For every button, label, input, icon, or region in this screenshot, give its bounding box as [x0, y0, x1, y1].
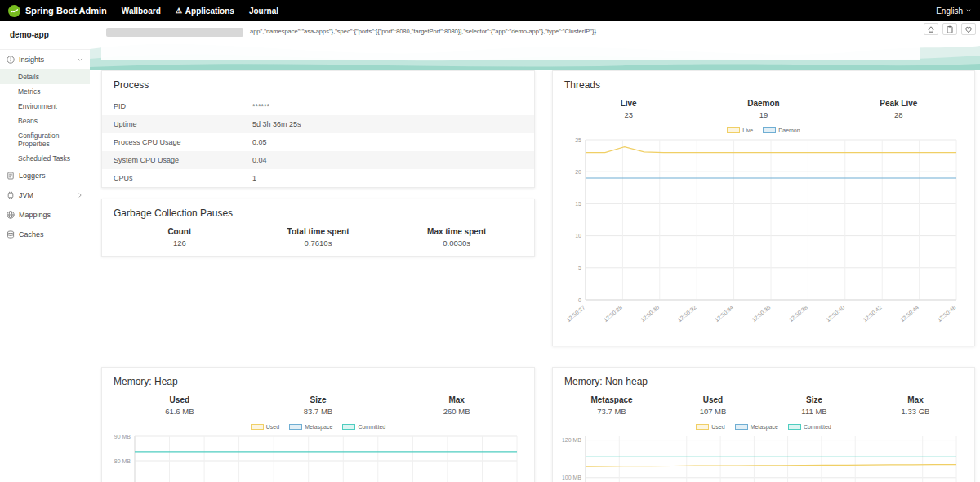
app-name: demo-app — [0, 21, 90, 50]
spring-boot-admin-logo-icon — [8, 5, 20, 17]
nav-item-wallboard[interactable]: Wallboard — [122, 7, 161, 16]
stat: Peak Live 28 — [831, 99, 966, 119]
svg-text:10: 10 — [575, 233, 581, 239]
svg-text:0: 0 — [578, 297, 581, 303]
legend-swatch — [735, 424, 748, 430]
favorite-heart-button[interactable] — [961, 23, 976, 35]
sidebar-item-details[interactable]: Details — [0, 69, 90, 84]
stat-value: 23 — [561, 110, 696, 119]
stat-label: Used — [662, 395, 764, 404]
row-value: 5d 3h 36m 25s — [252, 120, 301, 128]
header-banner: app","namespace":"asa-apps"},"spec":{"po… — [90, 21, 980, 70]
nav-item-applications[interactable]: ⚠ Applications — [176, 7, 234, 16]
stat-label: Metaspace — [561, 395, 662, 404]
stat-label: Size — [249, 395, 388, 404]
panel-title: Garbage Collection Pauses — [102, 199, 534, 225]
stat-value: 61.6 MB — [110, 407, 249, 416]
stat: Metaspace 73.7 MB — [561, 395, 662, 416]
legend-item[interactable]: Live — [727, 127, 753, 133]
table-row: Process CPU Usage 0.05 — [102, 133, 534, 151]
stat-value: 0.0030s — [387, 239, 526, 248]
sidebar-item-metrics[interactable]: Metrics — [0, 84, 90, 99]
sidebar-item-loggers[interactable]: Loggers — [0, 166, 90, 185]
stat: Max 260 MB — [387, 395, 526, 416]
brand-home-link[interactable]: Spring Boot Admin — [8, 5, 107, 17]
stat-value: 28 — [831, 110, 966, 119]
sidebar-item-environment[interactable]: Environment — [0, 99, 90, 114]
sidebar-item-beans[interactable]: Beans — [0, 114, 90, 128]
table-row: System CPU Usage 0.04 — [102, 151, 534, 169]
sidebar-item-mappings[interactable]: Mappings — [0, 205, 90, 225]
memory-heap-panel: Memory: Heap Used 61.6 MB Size 83.7 MB M… — [101, 367, 535, 482]
nav-item-journal[interactable]: Journal — [249, 7, 278, 16]
sidebar-item-jvm[interactable]: JVM — [0, 185, 90, 205]
legend-item[interactable]: Metaspace — [735, 424, 778, 430]
panel-title: Threads — [553, 71, 974, 97]
instance-metadata-card: app","namespace":"asa-apps"},"spec":{"po… — [101, 24, 920, 60]
threads-legend: LiveDaemon — [553, 127, 974, 135]
sidebar-loggers-label: Loggers — [19, 172, 83, 180]
table-row: CPUs 1 — [102, 169, 534, 187]
legend-swatch — [696, 424, 709, 430]
legend-swatch — [763, 127, 776, 133]
row-label: Process CPU Usage — [114, 138, 252, 146]
svg-text:25: 25 — [575, 137, 581, 143]
row-value: 1 — [252, 174, 256, 182]
language-selector[interactable]: English — [936, 7, 972, 16]
sidebar-item-scheduled-tasks[interactable]: Scheduled Tasks — [0, 151, 90, 166]
svg-text:12:50:28: 12:50:28 — [603, 304, 623, 323]
home-button[interactable] — [924, 23, 938, 35]
stat-value: 1.33 GB — [865, 407, 966, 416]
sidebar-caches-label: Caches — [19, 230, 83, 239]
panel-title: Process — [102, 71, 534, 97]
svg-text:12:50:40: 12:50:40 — [825, 304, 845, 323]
row-label: CPUs — [114, 174, 252, 182]
legend-swatch — [342, 424, 355, 430]
stat: Count 126 — [110, 227, 249, 248]
sidebar-insights-children: Details Metrics Environment Beans Config… — [0, 69, 90, 166]
row-value: 0.05 — [252, 138, 267, 146]
stat-label: Size — [764, 395, 865, 404]
legend-item[interactable]: Used — [251, 424, 279, 430]
svg-text:20: 20 — [575, 169, 581, 175]
nonheap-stats: Metaspace 73.7 MB Used 107 MB Size 111 M… — [553, 394, 974, 424]
sidebar-item-insights[interactable]: Insights — [0, 50, 90, 69]
stat: Max time spent 0.0030s — [387, 227, 526, 248]
stat: Size 111 MB — [764, 395, 865, 416]
memory-nonheap-panel: Memory: Non heap Metaspace 73.7 MB Used … — [552, 367, 975, 482]
threads-chart: 051015202512:50:2712:50:2812:50:3012:50:… — [553, 135, 974, 346]
legend-item[interactable]: Daemon — [763, 127, 800, 133]
clipboard-button[interactable] — [942, 23, 957, 35]
svg-text:120 MB: 120 MB — [562, 437, 581, 443]
svg-text:12:50:34: 12:50:34 — [714, 304, 734, 323]
row-label: System CPU Usage — [114, 156, 252, 164]
svg-text:12:50:44: 12:50:44 — [899, 304, 920, 323]
svg-text:12:50:27: 12:50:27 — [565, 304, 586, 323]
legend-swatch — [251, 424, 264, 430]
sidebar-jvm-label: JVM — [19, 191, 73, 199]
legend-item[interactable]: Committed — [342, 424, 385, 430]
legend-item[interactable]: Committed — [788, 424, 831, 430]
stat-label: Max — [387, 395, 526, 404]
info-icon — [7, 56, 15, 64]
chevron-right-icon — [77, 192, 83, 199]
table-row: Uptime 5d 3h 36m 25s — [102, 115, 534, 133]
legend-item[interactable]: Used — [696, 424, 724, 430]
sidebar-item-caches[interactable]: Caches — [0, 225, 90, 244]
nav-wallboard-label: Wallboard — [122, 7, 161, 16]
legend-swatch — [727, 127, 740, 133]
stat-value: 19 — [696, 110, 831, 119]
panel-title: Memory: Heap — [102, 368, 534, 394]
stat: Used 107 MB — [662, 395, 764, 416]
gc-stats: Count 126 Total time spent 0.7610s Max t… — [102, 225, 534, 256]
row-label: Uptime — [114, 120, 252, 128]
sidebar-item-configuration-properties[interactable]: Configuration Properties — [0, 128, 90, 151]
stat-value: 73.7 MB — [561, 407, 662, 416]
svg-text:12:50:42: 12:50:42 — [862, 304, 882, 323]
legend-item[interactable]: Metaspace — [289, 424, 332, 430]
process-panel: Process PID ****** Uptime 5d 3h 36m 25s … — [101, 70, 535, 188]
stat-label: Max — [865, 395, 966, 404]
top-navbar: Spring Boot Admin Wallboard ⚠ Applicatio… — [0, 0, 980, 21]
warning-icon: ⚠ — [176, 7, 182, 15]
svg-text:12:50:30: 12:50:30 — [639, 304, 660, 323]
